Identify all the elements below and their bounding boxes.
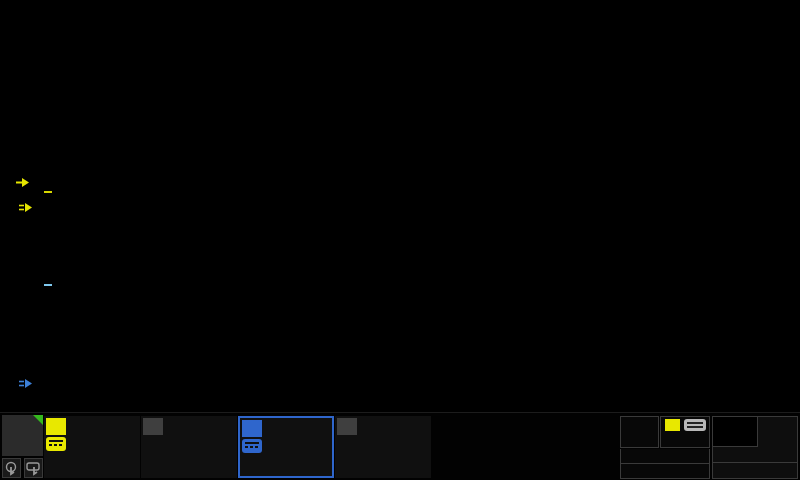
zlg-logo — [2, 415, 43, 456]
touch-drag-button[interactable] — [24, 458, 43, 478]
dec-badge — [44, 191, 52, 193]
status-bar — [0, 412, 800, 480]
timebase-scale-box[interactable] — [713, 417, 758, 447]
channel-1-coupling-icon — [46, 437, 66, 451]
channel-1-badge — [46, 418, 66, 435]
channel-2-badge — [143, 418, 163, 435]
trigger-level-row — [620, 449, 710, 464]
touch-drag-icon — [26, 461, 41, 476]
trigger-coupling-icon — [684, 419, 706, 431]
waveform-canvas — [0, 0, 800, 412]
can-bus-badge — [44, 284, 52, 286]
channel-3-position-marker[interactable] — [16, 378, 32, 389]
trigger-bus-type — [620, 464, 710, 479]
channel-1-panel[interactable] — [44, 416, 140, 478]
channel-4-panel[interactable] — [335, 416, 431, 478]
sample-row — [713, 464, 797, 479]
acquisition-row — [713, 447, 797, 463]
trigger-source-badge — [665, 419, 680, 431]
channel-4-badge — [337, 418, 357, 435]
channel-3-badge — [242, 420, 262, 437]
timebase-panel[interactable] — [712, 416, 798, 479]
channel-level-icon — [18, 202, 32, 213]
channel-3-panel[interactable] — [238, 416, 334, 478]
channel-2-panel[interactable] — [141, 416, 237, 478]
waveform-display[interactable] — [0, 0, 800, 412]
channel-1-position-marker[interactable] — [16, 202, 32, 213]
touch-tap-button[interactable] — [2, 458, 21, 478]
channel-3-coupling-icon — [242, 439, 262, 453]
right-arrow-icon — [16, 177, 29, 188]
oscilloscope-screen — [0, 0, 800, 480]
trigger-status-box[interactable] — [660, 416, 710, 448]
touch-tap-icon — [4, 461, 19, 476]
logo-corner-triangle — [33, 415, 43, 425]
trigger-level-marker[interactable] — [14, 177, 29, 188]
channel-level-icon — [18, 378, 32, 389]
run-state-button[interactable] — [620, 416, 659, 448]
